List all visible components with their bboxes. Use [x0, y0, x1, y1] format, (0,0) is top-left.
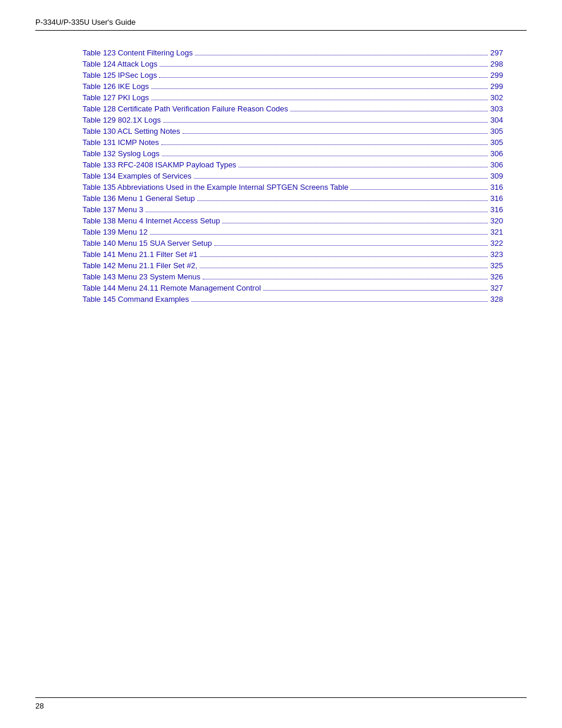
- toc-page: 328: [490, 295, 503, 304]
- toc-dots: [160, 66, 488, 67]
- toc-dots: [151, 88, 488, 89]
- toc-link[interactable]: Table 124 Attack Logs: [82, 60, 157, 68]
- toc-page: 305: [490, 138, 503, 147]
- toc-dots: [351, 189, 488, 190]
- toc-item[interactable]: Table 145 Command Examples328: [82, 295, 503, 304]
- toc-page: 320: [490, 216, 503, 225]
- toc-dots: [263, 290, 488, 291]
- toc-link[interactable]: Table 135 Abbreviations Used in the Exam…: [82, 183, 348, 192]
- toc-page: 309: [490, 172, 503, 180]
- toc-item[interactable]: Table 142 Menu 21.1 Filer Set #2,325: [82, 261, 503, 270]
- toc-link[interactable]: Table 131 ICMP Notes: [82, 138, 159, 147]
- toc-page: 321: [490, 228, 503, 236]
- toc-item[interactable]: Table 135 Abbreviations Used in the Exam…: [82, 183, 503, 192]
- toc-page: 297: [490, 48, 503, 57]
- toc-dots: [222, 223, 488, 223]
- toc-page: 302: [490, 93, 503, 102]
- toc-dots: [183, 133, 488, 134]
- toc-link[interactable]: Table 134 Examples of Services: [82, 172, 191, 180]
- page-footer: 28: [35, 697, 527, 710]
- toc-item[interactable]: Table 137 Menu 3316: [82, 205, 503, 214]
- toc-link[interactable]: Table 144 Menu 24.11 Remote Management C…: [82, 284, 261, 292]
- toc-dots: [191, 301, 488, 302]
- toc-dots: [239, 167, 488, 167]
- toc-page: 326: [490, 272, 503, 281]
- toc-link[interactable]: Table 145 Command Examples: [82, 295, 189, 304]
- toc-link[interactable]: Table 127 PKI Logs: [82, 93, 149, 102]
- toc-item[interactable]: Table 140 Menu 15 SUA Server Setup322: [82, 239, 503, 248]
- toc-link[interactable]: Table 139 Menu 12: [82, 228, 148, 236]
- toc-link[interactable]: Table 136 Menu 1 General Setup: [82, 194, 195, 203]
- toc-link[interactable]: Table 128 Certificate Path Verification …: [82, 104, 288, 113]
- toc-list: Table 123 Content Filtering Logs297Table…: [82, 48, 503, 304]
- toc-item[interactable]: Table 143 Menu 23 System Menus326: [82, 272, 503, 281]
- toc-page: 306: [490, 149, 503, 158]
- toc-page: 305: [490, 127, 503, 136]
- toc-item[interactable]: Table 123 Content Filtering Logs297: [82, 48, 503, 57]
- page-header: P-334U/P-335U User's Guide: [35, 18, 527, 31]
- toc-page: 299: [490, 82, 503, 91]
- toc-item[interactable]: Table 128 Certificate Path Verification …: [82, 104, 503, 113]
- toc-link[interactable]: Table 123 Content Filtering Logs: [82, 48, 193, 57]
- page-number: 28: [35, 701, 44, 710]
- toc-link[interactable]: Table 129 802.1X Logs: [82, 116, 161, 124]
- toc-item[interactable]: Table 130 ACL Setting Notes305: [82, 127, 503, 136]
- toc-link[interactable]: Table 130 ACL Setting Notes: [82, 127, 180, 136]
- toc-item[interactable]: Table 125 IPSec Logs299: [82, 71, 503, 80]
- toc-dots: [151, 100, 488, 100]
- toc-page: 316: [490, 183, 503, 192]
- toc-item[interactable]: Table 144 Menu 24.11 Remote Management C…: [82, 284, 503, 292]
- toc-dots: [197, 200, 488, 201]
- toc-dots: [150, 234, 488, 235]
- toc-page: 322: [490, 239, 503, 248]
- toc-dots: [195, 55, 488, 55]
- toc-page: 306: [490, 160, 503, 169]
- toc-item[interactable]: Table 134 Examples of Services309: [82, 172, 503, 180]
- toc-item[interactable]: Table 129 802.1X Logs304: [82, 116, 503, 124]
- toc-link[interactable]: Table 125 IPSec Logs: [82, 71, 157, 80]
- toc-item[interactable]: Table 132 Syslog Logs306: [82, 149, 503, 158]
- toc-item[interactable]: Table 126 IKE Logs299: [82, 82, 503, 91]
- toc-dots: [163, 122, 488, 123]
- toc-link[interactable]: Table 143 Menu 23 System Menus: [82, 272, 200, 281]
- toc-dots: [159, 77, 488, 78]
- toc-page: 316: [490, 205, 503, 214]
- toc-dots: [200, 256, 488, 257]
- toc-link[interactable]: Table 133 RFC-2408 ISAKMP Payload Types: [82, 160, 236, 169]
- toc-item[interactable]: Table 136 Menu 1 General Setup316: [82, 194, 503, 203]
- toc-dots: [161, 144, 488, 145]
- page: P-334U/P-335U User's Guide Table 123 Con…: [0, 0, 562, 728]
- toc-dots: [214, 245, 488, 246]
- toc-item[interactable]: Table 141 Menu 21.1 Filter Set #1323: [82, 250, 503, 259]
- toc-dots: [194, 178, 488, 179]
- toc-dots: [203, 279, 488, 279]
- toc-item[interactable]: Table 133 RFC-2408 ISAKMP Payload Types3…: [82, 160, 503, 169]
- toc-page: 316: [490, 194, 503, 203]
- toc-page: 325: [490, 261, 503, 270]
- toc-page: 298: [490, 60, 503, 68]
- toc-link[interactable]: Table 137 Menu 3: [82, 205, 143, 214]
- toc-page: 304: [490, 116, 503, 124]
- toc-item[interactable]: Table 138 Menu 4 Internet Access Setup32…: [82, 216, 503, 225]
- toc-link[interactable]: Table 142 Menu 21.1 Filer Set #2,: [82, 261, 197, 270]
- toc-link[interactable]: Table 140 Menu 15 SUA Server Setup: [82, 239, 212, 248]
- toc-link[interactable]: Table 138 Menu 4 Internet Access Setup: [82, 216, 220, 225]
- toc-link[interactable]: Table 126 IKE Logs: [82, 82, 149, 91]
- toc-dots: [162, 156, 488, 156]
- toc-dots: [200, 268, 488, 268]
- toc-page: 303: [490, 104, 503, 113]
- toc-page: 299: [490, 71, 503, 80]
- header-title: P-334U/P-335U User's Guide: [35, 18, 135, 27]
- toc-dots: [290, 111, 488, 111]
- toc-item[interactable]: Table 131 ICMP Notes305: [82, 138, 503, 147]
- toc-link[interactable]: Table 141 Menu 21.1 Filter Set #1: [82, 250, 197, 259]
- toc-page: 327: [490, 284, 503, 292]
- toc-item[interactable]: Table 124 Attack Logs298: [82, 60, 503, 68]
- toc-dots: [146, 212, 488, 212]
- toc-item[interactable]: Table 139 Menu 12321: [82, 228, 503, 236]
- toc-item[interactable]: Table 127 PKI Logs302: [82, 93, 503, 102]
- toc-link[interactable]: Table 132 Syslog Logs: [82, 149, 160, 158]
- toc-page: 323: [490, 250, 503, 259]
